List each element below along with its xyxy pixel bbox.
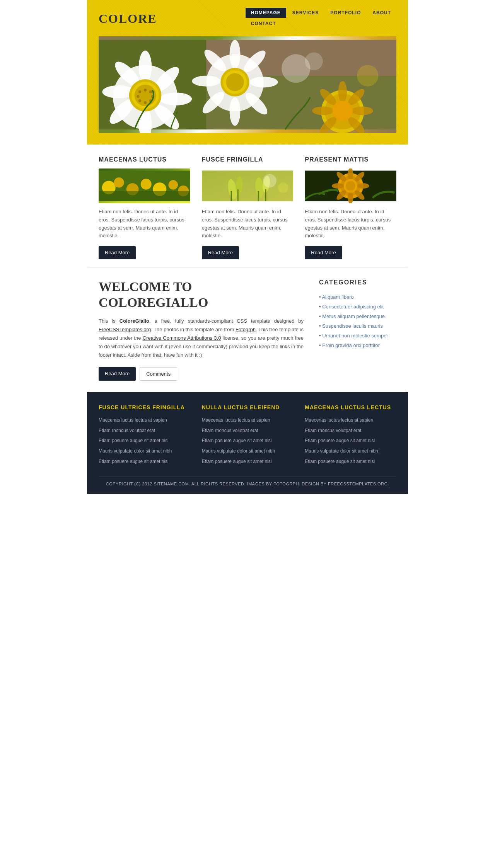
cat-item-0: Aliquam libero — [319, 292, 396, 302]
footer-col0-item1: Etiam rhoncus volutpat erat — [99, 427, 190, 434]
footer-col0-item4: Etiam posuere augue sit amet nisl — [99, 458, 190, 465]
svg-point-47 — [357, 65, 379, 87]
welcome-text: This is ColoreGiallo, a free, fully stan… — [99, 317, 304, 359]
welcome-section: WELCOME TO COLOREGIALLO This is ColoreGi… — [87, 267, 408, 392]
svg-rect-64 — [237, 189, 239, 201]
nav-item-portfolio[interactable]: PORTFOLIO — [325, 8, 366, 18]
footer-end: . — [388, 482, 389, 486]
svg-point-16 — [144, 89, 147, 91]
nav-item-contact[interactable]: CONTACT — [246, 19, 282, 29]
welcome-link-cc[interactable]: Creative Commons Attributions 3.0 — [143, 335, 221, 341]
col-praesent: PRAESENT MATTIS — [305, 156, 396, 259]
nav-item-about[interactable]: ABOUT — [367, 8, 396, 18]
site-logo: COLORE — [99, 8, 157, 26]
hero-image — [99, 36, 396, 133]
svg-point-74 — [332, 183, 344, 189]
footer-col0-title: FUSCE ULTRICES FRINGILLA — [99, 404, 190, 411]
svg-point-42 — [352, 107, 373, 115]
header: COLORE HOMEPAGE SERVICES PORTFOLIO ABOUT… — [87, 0, 408, 29]
svg-point-17 — [149, 90, 152, 93]
svg-point-28 — [230, 97, 241, 126]
footer-col2-item1: Etiam rhoncus volutpat erat — [305, 427, 396, 434]
cat-link-4[interactable]: Urnanet non molestie semper — [322, 333, 388, 339]
nav-item-services[interactable]: SERVICES — [287, 8, 324, 18]
svg-rect-66 — [265, 189, 266, 201]
welcome-title: WELCOME TO COLOREGIALLO — [99, 279, 304, 311]
hero-section — [87, 29, 408, 145]
svg-rect-65 — [258, 191, 259, 201]
footer-col1-item4: Etiam posuere augue sit amet nisl — [202, 458, 294, 465]
cat-link-0[interactable]: Aliquam libero — [322, 294, 353, 300]
col2-title: FUSCE FRINGILLA — [202, 156, 294, 163]
footer-col1-title: NULLA LUCTUS ELEIFEND — [202, 404, 294, 411]
nav-bottom-row: CONTACT — [246, 19, 282, 29]
footer-col-0: FUSCE ULTRICES FRINGILLA Maecenas luctus… — [99, 404, 190, 469]
welcome-main: WELCOME TO COLOREGIALLO This is ColoreGi… — [99, 279, 304, 380]
main-nav: HOMEPAGE SERVICES PORTFOLIO ABOUT CONTAC… — [246, 8, 396, 29]
cat-item-5: Proin gravida orci porttitor — [319, 340, 396, 350]
cat-item-2: Metus aliquam pellentesque — [319, 311, 396, 321]
nav-top-row: HOMEPAGE SERVICES PORTFOLIO ABOUT — [246, 8, 396, 18]
col2-read-more-button[interactable]: Read More — [202, 246, 239, 259]
footer-col2-item2: Etiam posuere augue sit amet nisl — [305, 437, 396, 444]
svg-point-10 — [160, 92, 192, 105]
cat-link-5[interactable]: Proin gravida orci porttitor — [322, 342, 380, 348]
welcome-text-part1: , a free, fully standards-compliant CSS … — [149, 318, 304, 324]
svg-point-20 — [144, 101, 147, 104]
footer-copyright: COPYRIGHT (C) 2012 SITENAME.COM. ALL RIG… — [106, 482, 273, 486]
col2-text: Etiam non felis. Donec ut ante. In id er… — [202, 208, 294, 240]
welcome-link-fotogrph[interactable]: Fotogrph — [236, 327, 256, 332]
footer-col1-item3: Mauris vulputate dolor sit amet nibh — [202, 448, 294, 454]
footer-col0-item2: Etiam posuere augue sit amet nisl — [99, 437, 190, 444]
col1-read-more-button[interactable]: Read More — [99, 246, 136, 259]
footer-col2-item3: Mauris vulputate dolor sit amet nibh — [305, 448, 396, 454]
footer-col0-item0: Maecenas luctus lectus at sapien — [99, 417, 190, 424]
svg-rect-63 — [230, 191, 232, 201]
footer-bottom: COPYRIGHT (C) 2012 SITENAME.COM. ALL RIG… — [99, 477, 396, 486]
col3-read-more-button[interactable]: Read More — [305, 246, 342, 259]
svg-point-67 — [263, 174, 276, 187]
svg-point-30 — [249, 77, 278, 88]
col2-image — [202, 168, 294, 203]
svg-point-68 — [278, 182, 288, 192]
welcome-text-part2: . The photos in this template are from — [151, 327, 236, 332]
col-maecenas: MAECENAS LUCTUS Etiam non felis. Donec u… — [99, 156, 190, 259]
footer: FUSCE ULTRICES FRINGILLA Maecenas luctus… — [87, 392, 408, 494]
footer-link-freecss[interactable]: FREECSSTEMPLATES.ORG — [328, 482, 388, 486]
svg-point-4 — [139, 51, 152, 83]
svg-rect-56 — [99, 191, 190, 201]
col3-image — [305, 168, 396, 203]
footer-col2-item0: Maecenas luctus lectus at sapien — [305, 417, 396, 424]
svg-point-15 — [138, 90, 141, 93]
welcome-link-freecss[interactable]: FreeCSSTemplates.org — [99, 327, 151, 332]
svg-point-37 — [338, 81, 347, 103]
cat-item-3: Suspendisse iaculis mauris — [319, 321, 396, 331]
svg-point-26 — [192, 76, 220, 87]
footer-link-fotogrph[interactable]: FOTOGRPH — [273, 482, 299, 486]
col1-title: MAECENAS LUCTUS — [99, 156, 190, 163]
col3-text: Etiam non felis. Donec ut ante. In id er… — [305, 208, 396, 240]
svg-point-46 — [305, 53, 323, 70]
three-col-section: MAECENAS LUCTUS Etiam non felis. Donec u… — [87, 145, 408, 267]
cat-link-1[interactable]: Consectetuer adipiscing elit — [322, 304, 384, 310]
categories-sidebar: CATEGORIES Aliquam libero Consectetuer a… — [319, 279, 396, 380]
footer-middle: . DESIGN BY — [299, 482, 328, 486]
svg-point-50 — [114, 177, 124, 187]
welcome-comments-button[interactable]: Comments — [140, 367, 177, 380]
footer-col-1: NULLA LUCTUS ELEIFEND Maecenas luctus le… — [202, 404, 294, 469]
cat-link-2[interactable]: Metus aliquam pellentesque — [322, 313, 385, 319]
col1-image — [99, 168, 190, 203]
nav-item-homepage[interactable]: HOMEPAGE — [246, 8, 286, 18]
svg-point-22 — [137, 95, 139, 98]
svg-point-78 — [357, 183, 369, 189]
welcome-read-more-button[interactable]: Read More — [99, 367, 136, 380]
svg-point-81 — [346, 181, 355, 191]
footer-col1-item0: Maecenas luctus lectus at sapien — [202, 417, 294, 424]
welcome-brand: ColoreGiallo — [119, 318, 149, 324]
footer-col-2: MAECENAS LUCTUS LECTUS Maecenas luctus l… — [305, 404, 396, 469]
footer-col0-item3: Mauris vulputate dolor sit amet nibh — [99, 448, 190, 454]
cat-link-3[interactable]: Suspendisse iaculis mauris — [322, 323, 383, 329]
categories-title: CATEGORIES — [319, 279, 396, 286]
svg-point-39 — [312, 107, 334, 115]
svg-point-52 — [141, 179, 152, 190]
